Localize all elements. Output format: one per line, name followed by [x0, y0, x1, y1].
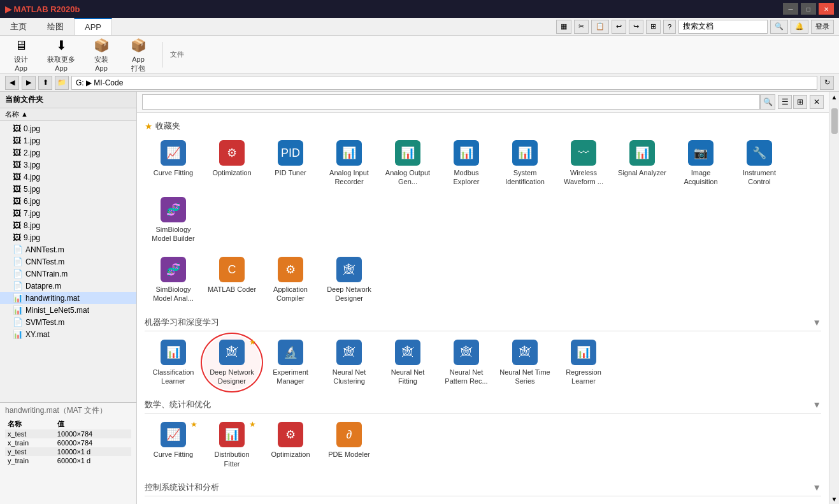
nav-up-button[interactable]: ⬆ [38, 76, 52, 90]
window-button[interactable]: ⊞ [646, 20, 661, 34]
row2-grid: 🧬SimBiology Model Anal...CMATLAB Coder⚙A… [145, 252, 821, 308]
app-item[interactable]: ⚙Application Compiler [262, 252, 319, 308]
app-item[interactable]: MPCMPC Designer [555, 500, 612, 504]
app-item[interactable]: 🔧Control System Tuner [203, 500, 261, 504]
file-item[interactable]: 🖼2.jpg [0, 147, 136, 159]
file-item[interactable]: 🖼8.jpg [0, 219, 136, 231]
app-item[interactable]: 🔧Instrument Control [731, 136, 788, 191]
app-item[interactable]: 🧬SimBiology Model Builder [145, 192, 202, 248]
app-item[interactable]: 📉Model Reducer [496, 500, 554, 504]
prop-value: 60000×1 d [55, 456, 131, 465]
app-item[interactable]: 📊Classification Learner [145, 335, 202, 391]
app-item[interactable]: 🔬Experiment Manager [262, 335, 319, 391]
app-item[interactable]: ∂PDE Modeler [320, 417, 378, 473]
file-item[interactable]: 📄ANNTest.m [0, 243, 136, 256]
file-item[interactable]: 📄SVMTest.m [0, 316, 136, 328]
app-item[interactable]: ⚙Optimization [262, 417, 319, 473]
file-item[interactable]: 🖼7.jpg [0, 207, 136, 219]
refresh-button[interactable]: ↻ [820, 76, 834, 90]
math-section-collapse[interactable]: ▼ [812, 400, 821, 410]
prop-row: y_test10000×1 d [5, 447, 131, 456]
control-section-collapse[interactable]: ▼ [812, 482, 821, 493]
toolbar-btn-1[interactable]: ▦ [556, 20, 571, 34]
scroll-up-button[interactable]: ▲ [829, 92, 840, 102]
undo-button[interactable]: ↩ [612, 20, 626, 34]
app-label: Neural Net Pattern Rec... [441, 368, 492, 386]
app-item[interactable]: 📈Curve Fitting [145, 136, 202, 191]
file-item[interactable]: 📊Minist_LeNet5.mat [0, 304, 136, 316]
file-icon: 📊 [13, 293, 23, 303]
design-app-button[interactable]: 🖥 设计App [5, 34, 37, 75]
file-item[interactable]: 🖼9.jpg [0, 231, 136, 243]
file-item[interactable]: 📄CNNTrain.m [0, 268, 136, 280]
file-item[interactable]: 🖼5.jpg [0, 183, 136, 195]
app-item[interactable]: 🕸Neural Net Clustering [320, 335, 378, 391]
app-item[interactable]: ⚙Optimization [203, 136, 261, 191]
tab-home[interactable]: 主页 [0, 18, 37, 35]
close-button[interactable]: ✕ [819, 3, 834, 15]
list-view-button[interactable]: ☰ [778, 95, 792, 109]
app-item[interactable]: ⚙Control System Desi... [145, 500, 202, 504]
ml-section-collapse[interactable]: ▼ [812, 317, 821, 328]
notify-button[interactable]: 🔔 [791, 20, 808, 34]
app-item[interactable]: 🕸Neural Net Time Series [496, 335, 554, 391]
file-item[interactable]: 🖼0.jpg [0, 122, 136, 134]
app-item[interactable]: 📊Regression Learner [555, 335, 612, 391]
app-item[interactable]: 〰Neuro-Fuzzy Designer [613, 500, 671, 504]
install-app-button[interactable]: 📦 安装App [85, 34, 117, 75]
get-more-apps-button[interactable]: ⬇ 获取更多App [42, 34, 80, 75]
app-item[interactable]: 📊System Identification [496, 136, 554, 191]
app-search-button[interactable]: 🔍 [760, 94, 775, 110]
tab-app[interactable]: APP [74, 18, 112, 35]
app-search-input[interactable] [142, 94, 760, 110]
toolbar-btn-3[interactable]: 📋 [591, 20, 609, 34]
app-item[interactable]: PIDPID Tuner★ [672, 500, 729, 504]
file-item[interactable]: 📄Datapre.m [0, 280, 136, 292]
tab-plot[interactable]: 绘图 [37, 18, 74, 35]
app-item[interactable]: 📊Linear System Analyzer [438, 500, 495, 504]
nav-forward-button[interactable]: ▶ [22, 76, 36, 90]
close-search-button[interactable]: ✕ [810, 95, 824, 109]
package-app-button[interactable]: 📦 App打包 [122, 34, 154, 75]
app-item[interactable]: 📷Image Acquisition [672, 136, 729, 191]
file-item[interactable]: 🖼6.jpg [0, 195, 136, 207]
file-item[interactable]: 🖼1.jpg [0, 134, 136, 147]
file-item[interactable]: 📊handwriting.mat [0, 292, 136, 304]
redo-button[interactable]: ↪ [629, 20, 643, 34]
app-item[interactable]: 📊Signal Analyzer [613, 136, 671, 191]
app-item[interactable]: 📊Analog Input Recorder [320, 136, 378, 191]
app-item[interactable]: 📊Diagnostic Feature Desi... [262, 500, 319, 504]
nav-back-button[interactable]: ◀ [5, 76, 19, 90]
file-item[interactable]: 📊XY.mat [0, 328, 136, 340]
app-label: Modbus Explorer [441, 168, 492, 187]
app-item[interactable]: 〰Fuzzy Logic Designer [379, 500, 436, 504]
file-item[interactable]: 🖼4.jpg [0, 171, 136, 183]
app-item[interactable]: CMATLAB Coder [203, 252, 261, 308]
file-item[interactable]: 📄CNNTest.m [0, 256, 136, 268]
app-item[interactable]: 📈Curve Fitting★ [145, 417, 202, 473]
app-item[interactable]: 🧬SimBiology Model Anal... [145, 252, 202, 308]
app-item[interactable]: ✈Flight Log Analyzer [320, 500, 378, 504]
app-item[interactable]: 🕸Deep Network Designer [320, 252, 378, 308]
file-icon: 🖼 [13, 208, 21, 218]
app-item[interactable]: 〰Wireless Waveform ... [555, 136, 612, 191]
grid-view-button[interactable]: ⊞ [793, 95, 807, 109]
login-button[interactable]: 登录 [811, 20, 834, 34]
app-item[interactable]: 🕸Deep Network Designer★ [203, 335, 261, 391]
app-item[interactable]: 📊Modbus Explorer [438, 136, 495, 191]
app-item[interactable]: 📊Analog Output Gen... [379, 136, 436, 191]
app-item[interactable]: 🕸Neural Net Fitting [379, 335, 436, 391]
scroll-thumb[interactable] [831, 108, 838, 134]
app-item[interactable]: 🕸Neural Net Pattern Rec... [438, 335, 495, 391]
search-docs-button[interactable]: 🔍 [770, 20, 788, 34]
minimize-button[interactable]: ─ [783, 3, 798, 15]
file-item[interactable]: 🖼3.jpg [0, 159, 136, 171]
app-item[interactable]: 📊Distribution Fitter★ [203, 417, 261, 473]
maximize-button[interactable]: □ [801, 3, 816, 15]
browse-folder-button[interactable]: 📁 [55, 76, 69, 90]
scroll-down-button[interactable]: ▼ [829, 494, 840, 504]
help-button[interactable]: ? [663, 20, 676, 34]
toolbar-btn-2[interactable]: ✂ [574, 20, 589, 34]
app-item[interactable]: 🗺SLAM Map Builder [731, 500, 788, 504]
app-item[interactable]: PIDPID Tuner [262, 136, 319, 191]
